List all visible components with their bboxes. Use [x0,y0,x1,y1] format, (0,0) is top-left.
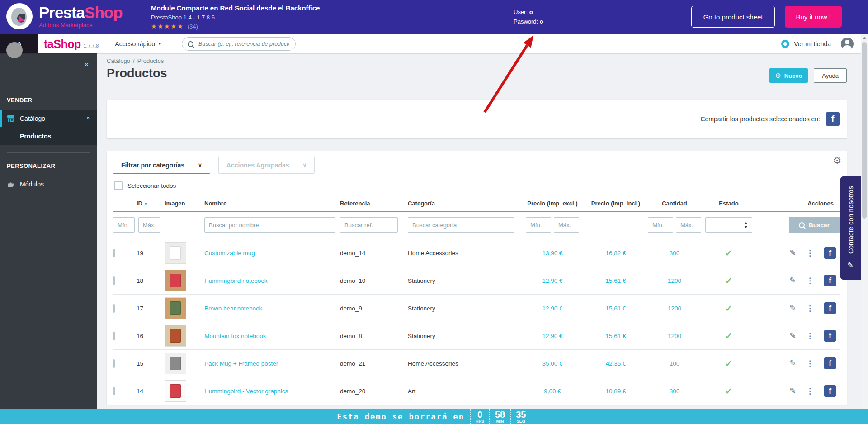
sidebar-item-productos[interactable]: Productos [0,127,97,145]
chevron-down-icon: ∨ [303,162,307,168]
id-max-input[interactable] [138,217,160,233]
status-active-check-icon[interactable]: ✓ [725,359,732,368]
more-actions-icon[interactable]: ⋮ [806,248,814,258]
quick-access-menu[interactable]: Acceso rápido ▼ [115,40,162,48]
column-categoria[interactable]: Categoría [408,200,521,207]
edit-pencil-icon[interactable]: ✎ [789,386,796,396]
prestashop-addons-logo: PrestaShop Addons Marketplace [6,3,123,29]
facebook-share-icon[interactable]: f [824,275,836,286]
column-id[interactable]: ID▾ [133,200,165,207]
column-imagen: Imagen [165,200,204,207]
status-active-check-icon[interactable]: ✓ [725,248,732,258]
search-button[interactable]: Buscar [789,217,840,233]
price-min-input[interactable] [526,217,551,233]
column-estado[interactable]: Estado [702,200,756,207]
grouped-actions-dropdown[interactable]: Acciones Agrupadas ∨ [218,157,315,174]
contact-us-tab[interactable]: Contacte con nosotros ✎ [840,176,861,280]
row-checkbox[interactable] [113,276,115,285]
page-scrollbar[interactable] [861,34,868,424]
help-button[interactable]: Ayuda [814,68,847,83]
price-max-input[interactable] [554,217,579,233]
reference-filter-input[interactable] [340,217,398,233]
more-actions-icon[interactable]: ⋮ [806,386,814,396]
facebook-icon[interactable]: f [826,112,840,126]
search-icon [188,41,193,47]
product-name-link[interactable]: Hummingbird - Vector graphics [204,388,288,395]
gear-icon[interactable]: ⚙ [833,156,841,165]
edit-pencil-icon[interactable]: ✎ [789,276,796,286]
row-checkbox[interactable] [113,359,115,368]
demo-user: User: o [514,7,543,17]
sidebar-item-catalogo[interactable]: Catálogo ^ [0,110,97,127]
facebook-share-icon[interactable]: f [824,357,836,369]
column-cantidad[interactable]: Cantidad [647,200,702,207]
more-actions-icon[interactable]: ⋮ [806,276,814,286]
demo-countdown-message: Esta demo se borrará en [337,412,464,421]
row-checkbox[interactable] [113,304,115,313]
user-avatar[interactable] [841,38,854,50]
table-filters-row: Buscar [113,212,840,239]
product-name-link[interactable]: Mountain fox notebook [204,333,266,339]
demo-credentials: User: o Pasword: o [514,7,543,27]
more-actions-icon[interactable]: ⋮ [806,359,814,368]
product-category: Art [408,388,521,395]
product-reference: demo_20 [340,388,408,395]
go-to-product-sheet-button[interactable]: Go to product sheet [691,6,775,28]
facebook-share-icon[interactable]: f [824,330,836,342]
select-all-checkbox[interactable] [114,181,123,190]
share-label: Compartir los productos seleccionados en… [700,115,820,123]
product-category: Stationery [408,277,521,284]
facebook-share-icon[interactable]: f [824,247,836,259]
table-row: 17 Brown bear notebook demo_9 Stationery… [113,294,840,322]
scrollbar-up-arrow[interactable] [863,37,866,39]
sidebar-item-modulos[interactable]: Módulos [0,176,97,193]
search-icon [799,222,805,228]
edit-pencil-icon[interactable]: ✎ [789,331,796,341]
edit-pencil-icon[interactable]: ✎ [789,303,796,313]
status-active-check-icon[interactable]: ✓ [725,304,732,313]
facebook-share-icon[interactable]: f [824,302,836,314]
sidebar-collapse-button[interactable]: « [85,60,89,69]
row-checkbox[interactable] [113,332,115,340]
product-name-link[interactable]: Customizable mug [204,250,255,257]
product-name-link[interactable]: Hummingbird notebook [204,277,268,284]
product-name-link[interactable]: Pack Mug + Framed poster [204,360,278,367]
product-category: Home Accessories [408,250,521,257]
product-quantity: 1200 [647,333,702,339]
status-filter-select[interactable] [705,217,752,233]
price-tax-incl: 10,89 € [584,388,647,395]
puzzle-icon [7,181,14,188]
more-actions-icon[interactable]: ⋮ [806,304,814,313]
price-tax-excl: 12,90 € [521,333,584,339]
global-search[interactable] [182,37,296,51]
edit-pencil-icon[interactable]: ✎ [789,358,796,368]
filter-categories-dropdown[interactable]: Filtrar por categorías ∨ [113,157,210,174]
qty-min-input[interactable] [648,217,673,233]
new-product-button[interactable]: ⊕ Nuevo [769,68,808,83]
view-shop-link[interactable]: Ver mi tienda [794,40,831,48]
status-active-check-icon[interactable]: ✓ [725,331,732,341]
plus-circle-icon: ⊕ [775,71,781,80]
row-checkbox[interactable] [113,249,115,257]
name-filter-input[interactable] [204,217,335,233]
status-active-check-icon[interactable]: ✓ [725,276,732,286]
product-id: 16 [133,333,165,339]
qty-max-input[interactable] [676,217,701,233]
column-precio-excl[interactable]: Precio (imp. excl.) [521,200,584,207]
column-referencia[interactable]: Referencia [340,200,408,207]
product-name-link[interactable]: Brown bear notebook [204,305,262,312]
search-input[interactable] [198,40,290,48]
row-checkbox[interactable] [113,387,115,395]
edit-pencil-icon[interactable]: ✎ [789,248,796,258]
scrollbar-thumb[interactable] [862,42,867,219]
id-min-input[interactable] [113,217,135,233]
column-precio-incl[interactable]: Precio (imp. incl.) [584,200,647,207]
breadcrumb-parent[interactable]: Catálogo [107,57,130,64]
buy-it-now-button[interactable]: Buy it now ! [785,6,842,28]
product-rows: 19 Customizable mug demo_14 Home Accesso… [113,239,840,405]
more-actions-icon[interactable]: ⋮ [806,331,814,341]
category-filter-input[interactable] [408,217,514,233]
status-active-check-icon[interactable]: ✓ [725,386,732,396]
column-nombre[interactable]: Nombre [204,200,340,207]
facebook-share-icon[interactable]: f [824,385,836,397]
